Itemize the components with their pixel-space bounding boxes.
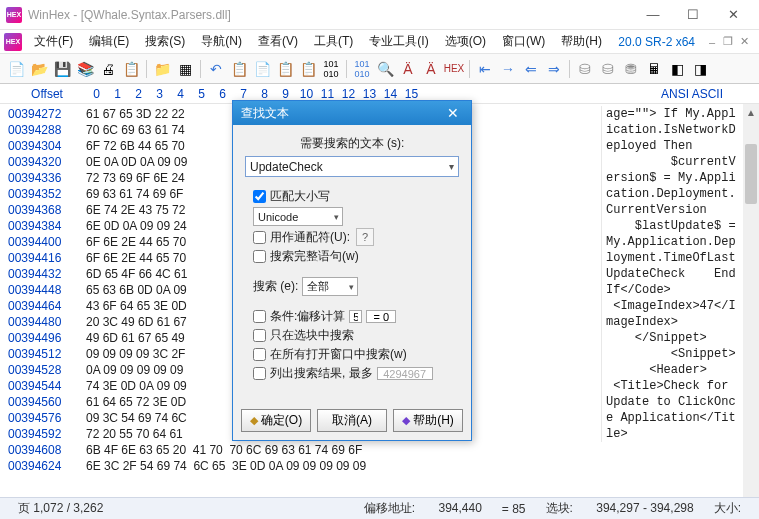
find-icon[interactable]: Ä — [398, 59, 418, 79]
hex-row[interactable]: 003946246E 3C 2F 54 69 74 6C 65 3E 0D 0A… — [8, 458, 366, 474]
go-forward-icon[interactable]: ⇒ — [544, 59, 564, 79]
menu-s[interactable]: 搜索(S) — [137, 30, 193, 53]
hex-bytes[interactable]: 6D 65 4F 66 4C 61 — [86, 267, 187, 281]
wildcards-checkbox[interactable] — [253, 231, 266, 244]
cancel-button[interactable]: 取消(A) — [317, 409, 387, 432]
menu-w[interactable]: 窗口(W) — [494, 30, 553, 53]
all-windows-checkbox[interactable] — [253, 348, 266, 361]
minimize-button[interactable]: — — [633, 4, 673, 26]
save-icon[interactable]: 💾 — [52, 59, 72, 79]
paste-icon[interactable]: 📋 — [275, 59, 295, 79]
find-text-icon[interactable]: 🔍 — [375, 59, 395, 79]
disk3-icon[interactable]: ⛃ — [621, 59, 641, 79]
go-prev-icon[interactable]: → — [498, 59, 518, 79]
open-folder-icon[interactable]: 📂 — [29, 59, 49, 79]
encoding-combo[interactable]: Unicode — [253, 207, 343, 226]
menu-n[interactable]: 导航(N) — [193, 30, 250, 53]
undo-icon[interactable]: ↶ — [206, 59, 226, 79]
scrollbar-thumb[interactable] — [745, 144, 757, 204]
close-button[interactable]: ✕ — [713, 4, 753, 26]
hex-bytes[interactable]: 72 20 55 70 64 61 — [86, 427, 183, 441]
wildcard-char-button[interactable]: ? — [356, 228, 374, 246]
ok-button[interactable]: ◆确定(O) — [241, 409, 311, 432]
find-again-icon[interactable]: Ä — [421, 59, 441, 79]
menu-i[interactable]: 专业工具(I) — [361, 30, 436, 53]
disk2-icon[interactable]: ⛁ — [598, 59, 618, 79]
hex-bytes[interactable]: 20 3C 49 6D 61 67 — [86, 315, 187, 329]
whole-words-checkbox[interactable] — [253, 250, 266, 263]
hex-bytes[interactable]: 09 3C 54 69 74 6C — [86, 411, 187, 425]
tool1-icon[interactable]: ◧ — [667, 59, 687, 79]
condition-value1-input[interactable] — [349, 310, 362, 323]
condition-checkbox[interactable] — [253, 310, 266, 323]
menu-h[interactable]: 帮助(H) — [553, 30, 610, 53]
copy-icon[interactable]: 📋 — [229, 59, 249, 79]
open-ram-icon[interactable]: ▦ — [175, 59, 195, 79]
condition-label: 条件:偏移计算 — [270, 308, 345, 325]
mdi-close-icon[interactable]: ✕ — [737, 35, 751, 49]
hex-bytes[interactable]: 69 63 61 74 69 6F — [86, 187, 183, 201]
match-case-checkbox[interactable] — [253, 190, 266, 203]
hex-bytes[interactable]: 6E 0D 0A 09 09 24 — [86, 219, 187, 233]
hex-bytes[interactable]: 6F 6E 2E 44 65 70 — [86, 251, 186, 265]
hex-bytes[interactable]: 6B 4F 6E 63 65 20 41 70 70 6C 69 63 61 7… — [86, 443, 362, 457]
new-file-icon[interactable]: 📄 — [6, 59, 26, 79]
help-button[interactable]: ◆帮助(H) — [393, 409, 463, 432]
toolbar: 📄 📂 💾 📚 🖨 📋 📁 ▦ ↶ 📋 📄 📋 📋 101010 101010 … — [0, 54, 759, 84]
open-disk-icon[interactable]: 📁 — [152, 59, 172, 79]
hex-bytes[interactable]: 61 64 65 72 3E 0D — [86, 395, 186, 409]
disk1-icon[interactable]: ⛁ — [575, 59, 595, 79]
hex-bytes[interactable]: 0E 0A 0D 0A 09 09 — [86, 155, 187, 169]
menu-o[interactable]: 选项(O) — [437, 30, 494, 53]
find-hex-icon[interactable]: 101010 — [352, 59, 372, 79]
window-titlebar: HEX WinHex - [QWhale.Syntax.Parsers.dll]… — [0, 0, 759, 30]
mdi-minimize-icon[interactable]: – — [705, 35, 719, 49]
list-results-checkbox[interactable] — [253, 367, 266, 380]
hex-bytes[interactable]: 72 73 69 6F 6E 24 — [86, 171, 185, 185]
paste-special-icon[interactable]: 📋 — [298, 59, 318, 79]
hex-bytes[interactable]: 65 63 6B 0D 0A 09 — [86, 283, 187, 297]
hex-row[interactable]: 003946086B 4F 6E 63 65 20 41 70 70 6C 69… — [8, 442, 366, 458]
scroll-up-icon[interactable]: ▲ — [743, 104, 759, 120]
selection-only-checkbox[interactable] — [253, 329, 266, 342]
menu-e[interactable]: 编辑(E) — [81, 30, 137, 53]
save-all-icon[interactable]: 📚 — [75, 59, 95, 79]
hex-bytes[interactable]: 61 67 65 3D 22 22 — [86, 107, 185, 121]
go-first-icon[interactable]: ⇤ — [475, 59, 495, 79]
go-back-icon[interactable]: ⇐ — [521, 59, 541, 79]
condition-value2-input[interactable] — [366, 310, 396, 323]
vertical-scrollbar[interactable]: ▲ ▼ — [743, 104, 759, 516]
hex-bytes[interactable]: 74 3E 0D 0A 09 09 — [86, 379, 187, 393]
dialog-titlebar[interactable]: 查找文本 ✕ — [233, 101, 471, 125]
app-menu-icon[interactable]: HEX — [4, 33, 22, 51]
clipboard-icon[interactable]: 📄 — [252, 59, 272, 79]
mdi-restore-icon[interactable]: ❐ — [721, 35, 735, 49]
dialog-close-button[interactable]: ✕ — [443, 105, 463, 121]
menu-v[interactable]: 查看(V) — [250, 30, 306, 53]
menu-f[interactable]: 文件(F) — [26, 30, 81, 53]
calc-icon[interactable]: 🖩 — [644, 59, 664, 79]
hex-bytes[interactable]: 6F 72 6B 44 65 70 — [86, 139, 185, 153]
hex-bytes[interactable]: 49 6D 61 67 65 49 — [86, 331, 185, 345]
hex-bytes[interactable]: 6F 6E 2E 44 65 70 — [86, 235, 186, 249]
ascii-header: ANSI ASCII — [661, 87, 751, 101]
properties-icon[interactable]: 📋 — [121, 59, 141, 79]
hex-bytes[interactable]: 6E 74 2E 43 75 72 — [86, 203, 185, 217]
wildcards-label: 用作通配符(U): — [270, 229, 350, 246]
list-max-input[interactable] — [377, 367, 433, 380]
tool2-icon[interactable]: ◨ — [690, 59, 710, 79]
print-icon[interactable]: 🖨 — [98, 59, 118, 79]
search-direction-combo[interactable]: 全部 — [302, 277, 358, 296]
search-text-input[interactable]: UpdateCheck — [245, 156, 459, 177]
hex-bytes[interactable]: 0A 09 09 09 09 09 — [86, 363, 183, 377]
menu-t[interactable]: 工具(T) — [306, 30, 361, 53]
hex-bytes[interactable]: 43 6F 64 65 3E 0D — [86, 299, 187, 313]
offset-cell: 00394368 — [8, 202, 86, 218]
hex-bytes[interactable]: 6E 3C 2F 54 69 74 6C 65 3E 0D 0A 09 09 0… — [86, 459, 366, 473]
hex-bytes[interactable]: 09 09 09 09 3C 2F — [86, 347, 185, 361]
maximize-button[interactable]: ☐ — [673, 4, 713, 26]
replace-icon[interactable]: HEX — [444, 59, 464, 79]
binary-icon[interactable]: 101010 — [321, 59, 341, 79]
hex-bytes[interactable]: 70 6C 69 63 61 74 — [86, 123, 185, 137]
offset-cell: 00394352 — [8, 186, 86, 202]
